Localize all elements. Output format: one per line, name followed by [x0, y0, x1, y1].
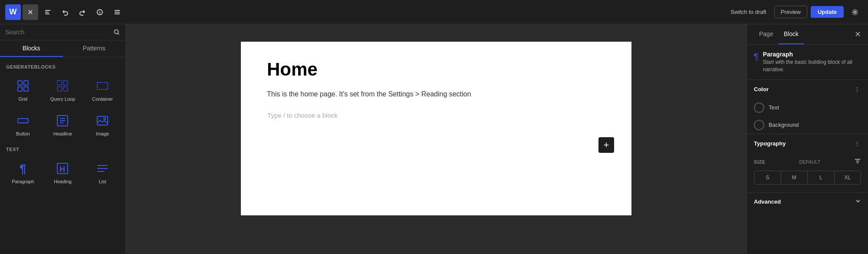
block-label-image: Image — [96, 131, 109, 136]
redo-button[interactable] — [75, 4, 90, 20]
advanced-chevron-button[interactable] — [855, 198, 861, 205]
text-color-row: Text — [747, 99, 868, 116]
svg-text:H: H — [59, 165, 65, 174]
color-section-title: Color — [754, 86, 769, 92]
typography-panel-actions: ⋮ — [853, 139, 861, 148]
search-input[interactable] — [5, 29, 110, 36]
tab-patterns[interactable]: Patterns — [63, 40, 126, 57]
color-panel: Color ⋮ Text Background — [747, 80, 868, 134]
tab-blocks[interactable]: Blocks — [0, 40, 63, 57]
svg-point-2 — [115, 30, 118, 34]
block-item-query-loop[interactable]: Query Loop — [43, 73, 82, 107]
typography-panel: Typography ⋮ SIZE DEFAULT S M L XL — [747, 134, 868, 193]
advanced-panel: Advanced — [747, 193, 868, 211]
color-more-options[interactable]: ⋮ — [853, 85, 861, 94]
sidebar-tabs: Blocks Patterns — [0, 40, 125, 57]
toolbar-right: Switch to draft Preview Update — [726, 4, 863, 20]
generateblocks-grid: Grid Query Loop — [0, 71, 125, 143]
svg-point-15 — [104, 118, 105, 120]
block-item-button[interactable]: Button — [3, 108, 43, 142]
block-label-query-loop: Query Loop — [50, 96, 75, 102]
block-info-text: Paragraph Start with the basic building … — [763, 51, 861, 73]
color-panel-actions: ⋮ — [853, 85, 861, 94]
close-sidebar-button[interactable]: ✕ — [855, 24, 861, 44]
background-color-swatch[interactable] — [754, 120, 764, 130]
text-color-swatch[interactable] — [754, 102, 764, 113]
typography-section-title: Typography — [754, 140, 786, 147]
svg-rect-6 — [24, 87, 28, 91]
svg-rect-12 — [18, 119, 28, 123]
svg-text:¶: ¶ — [20, 162, 26, 175]
headline-icon — [55, 113, 70, 129]
grid-icon — [15, 78, 31, 94]
svg-rect-5 — [18, 87, 22, 91]
info-button[interactable] — [92, 4, 108, 20]
svg-rect-11 — [97, 82, 108, 89]
svg-rect-10 — [63, 87, 68, 91]
block-label-heading: Heading — [54, 179, 72, 184]
text-color-label: Text — [769, 104, 779, 111]
image-icon — [95, 113, 110, 129]
size-m-button[interactable]: M — [781, 171, 808, 184]
block-label-paragraph: Paragraph — [12, 179, 34, 184]
paragraph-icon: ¶ — [15, 161, 31, 176]
size-label: SIZE — [754, 159, 766, 165]
settings-button[interactable] — [847, 4, 863, 20]
typography-more-options[interactable]: ⋮ — [853, 139, 861, 148]
block-item-list[interactable]: List — [83, 155, 122, 189]
paragraph-block-icon: ¶ — [754, 52, 759, 62]
close-button[interactable] — [23, 4, 38, 20]
block-item-grid[interactable]: Grid — [3, 73, 43, 107]
block-label-list: List — [99, 179, 106, 184]
svg-rect-14 — [97, 116, 108, 125]
block-label-grid: Grid — [18, 96, 27, 102]
block-item-heading[interactable]: H Heading — [43, 155, 82, 189]
list-icon — [95, 161, 110, 176]
tools-button[interactable] — [40, 4, 56, 20]
block-item-paragraph[interactable]: ¶ Paragraph — [3, 155, 43, 189]
svg-rect-3 — [18, 81, 22, 85]
size-filter-button[interactable] — [854, 158, 861, 166]
toolbar: W Switch to draft Preview Update — [0, 0, 868, 24]
section-label-generateblocks: GENERATEBLOCKS — [0, 61, 125, 71]
undo-button[interactable] — [57, 4, 73, 20]
size-xl-button[interactable]: XL — [835, 171, 861, 184]
search-bar — [0, 24, 125, 40]
sidebar-content: GENERATEBLOCKS Grid — [0, 57, 125, 254]
add-block-button[interactable]: + — [598, 137, 614, 153]
main-layout: Blocks Patterns GENERATEBLOCKS — [0, 24, 868, 254]
button-icon — [15, 113, 31, 129]
background-color-row: Background — [747, 116, 868, 134]
size-l-button[interactable]: L — [808, 171, 835, 184]
block-item-image[interactable]: Image — [83, 108, 122, 142]
search-icon[interactable] — [113, 29, 120, 36]
switch-to-draft-button[interactable]: Switch to draft — [726, 6, 770, 18]
svg-rect-7 — [57, 81, 62, 85]
typography-content: SIZE DEFAULT S M L XL — [747, 153, 868, 192]
block-info-desc: Start with the basic building block of a… — [763, 59, 861, 73]
page-title: Home — [267, 59, 605, 80]
svg-point-1 — [854, 11, 856, 13]
heading-icon: H — [55, 161, 70, 176]
tab-block[interactable]: Block — [779, 24, 804, 44]
wp-logo[interactable]: W — [5, 4, 21, 20]
block-item-container[interactable]: Container — [83, 73, 122, 107]
color-panel-header[interactable]: Color ⋮ — [747, 80, 868, 99]
block-info-title: Paragraph — [763, 51, 861, 58]
block-placeholder[interactable]: Type / to choose a block — [267, 107, 605, 124]
preview-button[interactable]: Preview — [774, 6, 807, 18]
update-button[interactable]: Update — [811, 6, 844, 18]
size-default-value: DEFAULT — [799, 159, 820, 165]
canvas-inner: Home This is the home page. It's set fro… — [241, 42, 631, 215]
canvas-area[interactable]: Home This is the home page. It's set fro… — [126, 24, 746, 254]
list-view-button[interactable] — [109, 4, 125, 20]
right-sidebar-tabs: Page Block ✕ — [747, 24, 868, 45]
right-sidebar: Page Block ✕ ¶ Paragraph Start with the … — [746, 24, 868, 254]
background-color-label: Background — [769, 122, 799, 128]
tab-page[interactable]: Page — [754, 24, 779, 44]
block-item-headline[interactable]: Headline — [43, 108, 82, 142]
size-s-button[interactable]: S — [754, 171, 781, 184]
svg-rect-8 — [63, 81, 68, 85]
typography-panel-header[interactable]: Typography ⋮ — [747, 134, 868, 153]
advanced-label: Advanced — [754, 198, 781, 205]
